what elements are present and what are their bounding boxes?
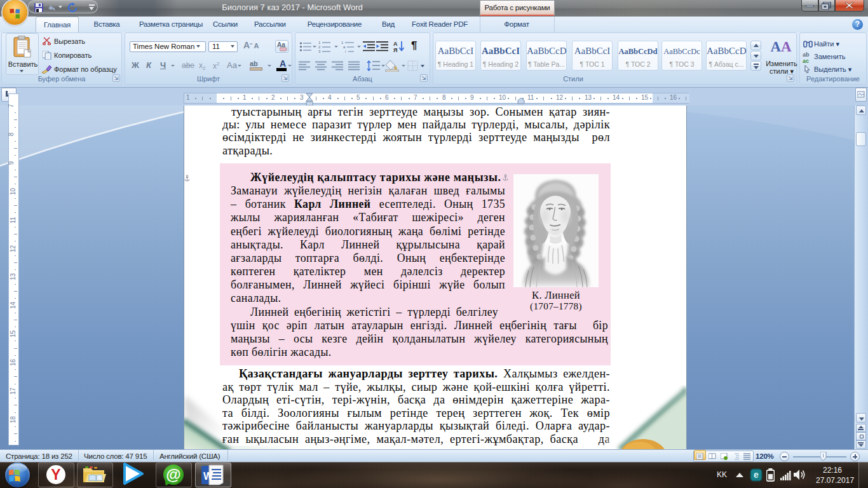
svg-text:Я: Я (393, 47, 397, 53)
svg-text:2: 2 (318, 45, 321, 49)
svg-text:i: i (345, 50, 346, 53)
svg-text:А: А (393, 41, 398, 47)
svg-text:3: 3 (318, 50, 321, 53)
svg-text:W: W (203, 471, 214, 482)
svg-text:1: 1 (341, 41, 344, 44)
svg-text:1: 1 (318, 41, 321, 44)
svg-text:a: a (343, 45, 346, 49)
